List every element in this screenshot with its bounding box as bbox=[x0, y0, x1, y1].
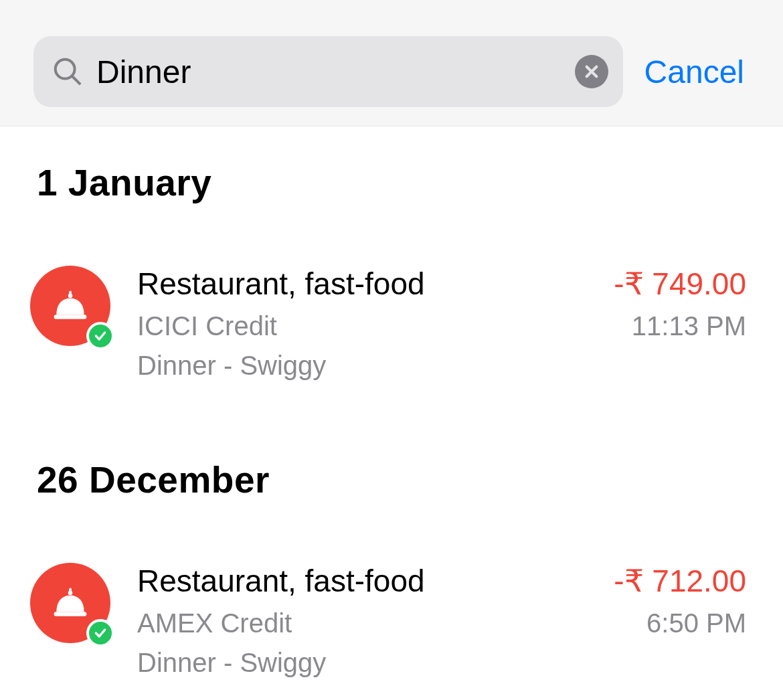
transaction-amount: -₹ 712.00 bbox=[614, 563, 746, 599]
transaction-details: Restaurant, fast-food ICICI Credit Dinne… bbox=[137, 266, 746, 381]
account-name: AMEX Credit bbox=[137, 608, 425, 638]
category-badge-restaurant bbox=[30, 266, 110, 346]
category-name: Restaurant, fast-food bbox=[137, 266, 425, 302]
svg-rect-9 bbox=[54, 612, 87, 616]
svg-point-8 bbox=[68, 591, 73, 596]
transaction-row[interactable]: Restaurant, fast-food AMEX Credit Dinner… bbox=[37, 563, 746, 678]
svg-point-5 bbox=[68, 294, 73, 298]
svg-line-1 bbox=[72, 76, 80, 84]
cancel-button[interactable]: Cancel bbox=[644, 54, 750, 90]
category-name: Restaurant, fast-food bbox=[137, 563, 425, 599]
search-bar-area: Cancel bbox=[0, 0, 783, 126]
transaction-left: Restaurant, fast-food AMEX Credit Dinner… bbox=[137, 563, 425, 678]
cloche-icon bbox=[50, 583, 90, 623]
search-icon bbox=[52, 56, 83, 87]
svg-rect-6 bbox=[54, 315, 87, 319]
search-field[interactable] bbox=[33, 36, 623, 107]
transaction-details: Restaurant, fast-food AMEX Credit Dinner… bbox=[137, 563, 746, 678]
transaction-row[interactable]: Restaurant, fast-food ICICI Credit Dinne… bbox=[37, 266, 746, 381]
check-icon bbox=[86, 619, 114, 647]
date-header: 1 January bbox=[37, 161, 746, 204]
category-badge-restaurant bbox=[30, 563, 110, 643]
transaction-note: Dinner - Swiggy bbox=[137, 351, 425, 381]
transaction-time: 11:13 PM bbox=[614, 311, 746, 341]
clear-search-button[interactable] bbox=[575, 55, 608, 88]
transaction-note: Dinner - Swiggy bbox=[137, 648, 425, 678]
transaction-right: -₹ 712.00 6:50 PM bbox=[614, 563, 746, 638]
transaction-time: 6:50 PM bbox=[614, 608, 746, 638]
check-icon bbox=[86, 322, 114, 350]
results-list: 1 January Restaurant, fast-food ICICI Cr… bbox=[0, 126, 783, 678]
account-name: ICICI Credit bbox=[137, 311, 425, 341]
date-header: 26 December bbox=[37, 458, 746, 501]
transaction-amount: -₹ 749.00 bbox=[614, 266, 746, 302]
svg-point-0 bbox=[56, 60, 75, 79]
search-input[interactable] bbox=[96, 54, 561, 90]
cloche-icon bbox=[50, 286, 90, 326]
transaction-left: Restaurant, fast-food ICICI Credit Dinne… bbox=[137, 266, 425, 381]
transaction-right: -₹ 749.00 11:13 PM bbox=[614, 266, 746, 341]
